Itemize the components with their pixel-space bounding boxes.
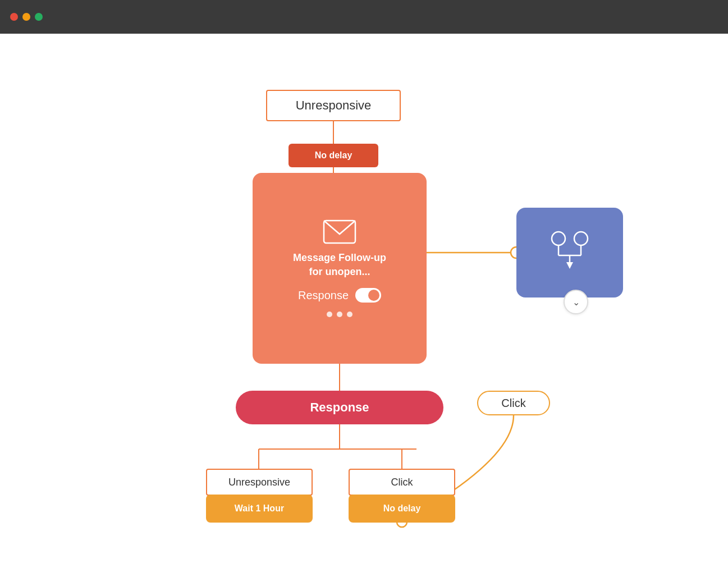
maximize-button[interactable] [35,13,43,21]
response-row: Response [298,288,381,303]
unresponsive-top-node[interactable]: Unresponsive [266,90,401,121]
branch-right-badge: No delay [349,495,455,523]
card-message-title: Message Follow-upfor unopen... [293,251,386,279]
response-pill[interactable]: Response [236,391,443,424]
click-pill-label: Click [501,397,525,410]
no-delay-badge-top[interactable]: No delay [289,144,378,167]
response-pill-label: Response [310,400,369,415]
dot-1 [327,312,332,317]
envelope-icon [323,219,356,244]
branch-right-label: Click [349,469,455,496]
unresponsive-top-label: Unresponsive [296,98,372,113]
branch-left-node[interactable]: Unresponsive Wait 1 Hour [206,469,313,523]
svg-marker-16 [566,262,573,269]
response-row-label: Response [298,289,349,302]
toggle-knob [368,290,379,301]
svg-point-11 [574,232,588,245]
workflow-canvas: Unresponsive No delay Message Follow-upf… [0,34,728,563]
no-delay-top-label: No delay [315,150,352,161]
titlebar [0,0,728,34]
click-pill[interactable]: Click [477,391,550,415]
branch-left-label: Unresponsive [206,469,313,496]
response-toggle[interactable] [355,288,381,303]
card-dots [327,312,352,317]
chevron-down-button[interactable]: ⌄ [564,290,588,314]
chevron-down-icon: ⌄ [573,297,580,308]
minimize-button[interactable] [22,13,30,21]
dot-3 [347,312,352,317]
close-button[interactable] [10,13,18,21]
workflow-icon [542,227,598,278]
branch-right-node[interactable]: Click No delay [349,469,455,523]
branch-left-badge: Wait 1 Hour [206,495,313,523]
message-card[interactable]: Message Follow-upfor unopen... Response [253,173,427,364]
dot-2 [337,312,342,317]
blue-workflow-card[interactable] [516,208,623,297]
svg-point-10 [552,232,565,245]
